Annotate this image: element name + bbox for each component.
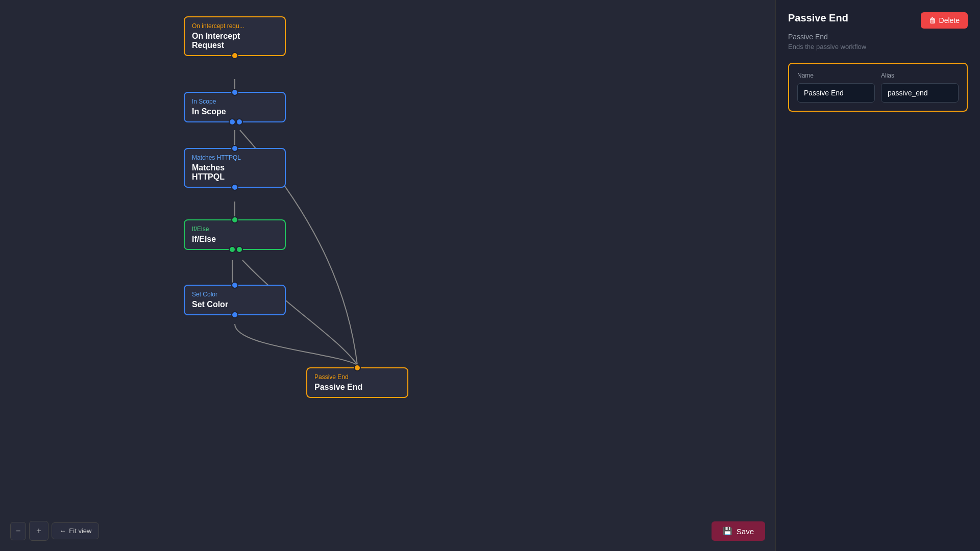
connector-setcolor-out[interactable] (231, 311, 238, 318)
alias-field-item: Alias (881, 72, 959, 103)
connector-setcolor-in[interactable] (231, 282, 238, 289)
delete-button[interactable]: 🗑 Delete (921, 12, 968, 29)
name-input[interactable] (797, 83, 875, 103)
save-label: Save (737, 527, 754, 536)
connector-httpql-out[interactable] (231, 184, 238, 191)
node-setcolor-label: Set Color (192, 291, 278, 298)
node-httpql-title: MatchesHTTPQL (192, 163, 278, 182)
panel-title: Passive End (788, 12, 848, 24)
alias-label: Alias (881, 72, 959, 79)
alias-input[interactable] (881, 83, 959, 103)
connector-ifelse-out1[interactable] (229, 246, 236, 253)
node-passive-end[interactable]: Passive End Passive End (306, 367, 408, 398)
connections-svg (0, 0, 775, 551)
name-label: Name (797, 72, 875, 79)
node-intercept-title: On InterceptRequest (192, 32, 278, 50)
fit-view-button[interactable]: ↔ Fit view (52, 522, 99, 539)
node-ifelse-label: If/Else (192, 226, 278, 233)
connector-httpql-in[interactable] (231, 145, 238, 152)
node-if-else[interactable]: If/Else If/Else (184, 219, 286, 250)
connector-in-scope-out1[interactable] (229, 118, 236, 126)
connector-intercept-out[interactable] (231, 52, 238, 59)
node-passive-end-label: Passive End (314, 373, 400, 381)
connector-ifelse-in[interactable] (231, 216, 238, 223)
save-button[interactable]: 💾 Save (712, 521, 765, 541)
canvas-controls: − ＋ ↔ Fit view (10, 521, 99, 541)
zoom-in-button[interactable]: ＋ (29, 521, 48, 541)
connector-ifelse-out2[interactable] (236, 246, 243, 253)
delete-label: Delete (939, 16, 960, 24)
node-in-scope[interactable]: In Scope In Scope (184, 92, 286, 122)
zoom-out-icon: − (16, 527, 20, 536)
zoom-in-icon: ＋ (35, 525, 43, 536)
node-in-scope-label: In Scope (192, 98, 278, 105)
panel-header: Passive End 🗑 Delete (788, 12, 968, 29)
trash-icon: 🗑 (929, 16, 936, 24)
node-set-color[interactable]: Set Color Set Color (184, 285, 286, 315)
node-intercept-request[interactable]: On intercept requ... On InterceptRequest (184, 16, 286, 56)
node-setcolor-title: Set Color (192, 300, 278, 309)
field-group: Name Alias (788, 63, 968, 112)
node-httpql-label: Matches HTTPQL (192, 154, 278, 161)
node-passive-end-title: Passive End (314, 383, 400, 392)
workflow-canvas: On intercept requ... On InterceptRequest… (0, 0, 776, 551)
panel-subtitle: Passive End (788, 33, 968, 41)
connector-in-scope-in[interactable] (231, 89, 238, 96)
node-in-scope-title: In Scope (192, 107, 278, 116)
panel-title-group: Passive End (788, 12, 848, 24)
node-intercept-label: On intercept requ... (192, 22, 278, 30)
fit-label: Fit view (69, 527, 91, 535)
fit-icon: ↔ (59, 527, 66, 535)
panel-description: Ends the passive workflow (788, 43, 968, 51)
node-ifelse-title: If/Else (192, 235, 278, 244)
node-matches-httpql[interactable]: Matches HTTPQL MatchesHTTPQL (184, 148, 286, 188)
right-panel: Passive End 🗑 Delete Passive End Ends th… (776, 0, 980, 551)
connector-passive-end-in[interactable] (354, 364, 361, 371)
save-icon: 💾 (723, 527, 732, 536)
zoom-out-button[interactable]: − (10, 522, 26, 540)
name-field-item: Name (797, 72, 875, 103)
connector-in-scope-out2[interactable] (236, 118, 243, 126)
